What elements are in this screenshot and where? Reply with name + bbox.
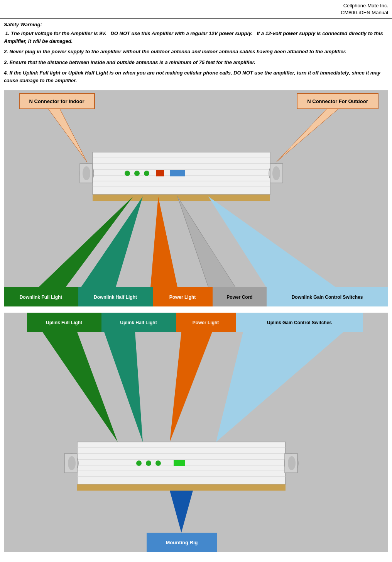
svg-point-63 xyxy=(155,460,161,466)
svg-text:Power Cord: Power Cord xyxy=(226,295,252,300)
bottom-diagram-svg: Uplink Full Light Uplink Half Light Powe… xyxy=(4,313,388,552)
svg-rect-64 xyxy=(174,460,185,466)
safety-point-4: 4. If the Uplink Full light or Uplink Ha… xyxy=(4,69,388,84)
svg-text:Downlink Gain Control Switches: Downlink Gain Control Switches xyxy=(292,295,363,300)
safety-title: Safety Warning: xyxy=(4,22,388,27)
svg-text:Uplink Gain Control Switches: Uplink Gain Control Switches xyxy=(267,320,332,325)
top-diagram-svg: N Connector for Indoor N Connector For O… xyxy=(4,90,388,306)
bottom-diagram-section: Uplink Full Light Uplink Half Light Powe… xyxy=(4,313,388,552)
bottom-diagram-bg: Uplink Full Light Uplink Half Light Powe… xyxy=(4,313,388,552)
svg-rect-16 xyxy=(170,170,185,176)
top-diagram-bg: N Connector for Indoor N Connector For O… xyxy=(4,90,388,306)
svg-point-13 xyxy=(134,171,140,176)
svg-text:Uplink Half Light: Uplink Half Light xyxy=(120,320,157,325)
svg-point-12 xyxy=(125,171,130,176)
safety-point-2: 2. Never plug in the power supply to the… xyxy=(4,48,388,56)
svg-point-14 xyxy=(144,171,149,176)
svg-text:Downlink Half Light: Downlink Half Light xyxy=(94,295,137,300)
svg-point-61 xyxy=(136,460,142,466)
svg-text:N Connector For Outdoor: N Connector For Outdoor xyxy=(307,98,368,104)
svg-text:Mounting Rig: Mounting Rig xyxy=(166,540,198,545)
svg-text:Power Light: Power Light xyxy=(169,295,196,300)
svg-text:Downlink Full Light: Downlink Full Light xyxy=(20,295,63,300)
top-diagram-section: N Connector for Indoor N Connector For O… xyxy=(4,90,388,306)
svg-rect-15 xyxy=(156,170,164,176)
main-content: Safety Warning: 1. The input voltage for… xyxy=(0,19,392,562)
svg-rect-23 xyxy=(93,195,270,201)
header-line1: Cellphone-Mate Inc. xyxy=(4,2,388,9)
page-header: Cellphone-Mate Inc. CM800-iDEN Manual xyxy=(0,0,392,19)
safety-point-1: 1. The input voltage for the Amplifier i… xyxy=(4,30,388,45)
svg-point-22 xyxy=(272,166,280,180)
svg-point-70 xyxy=(288,456,296,470)
svg-rect-71 xyxy=(77,484,286,491)
header-line2: CM800-iDEN Manual xyxy=(4,9,388,16)
safety-point-3: 3. Ensure that the distance between insi… xyxy=(4,59,388,66)
svg-point-62 xyxy=(146,460,151,466)
svg-text:N Connector for Indoor: N Connector for Indoor xyxy=(29,98,84,104)
svg-point-19 xyxy=(83,166,90,180)
svg-point-67 xyxy=(68,456,76,470)
svg-text:Uplink Full Light: Uplink Full Light xyxy=(46,320,82,325)
svg-text:Power Light: Power Light xyxy=(193,320,219,325)
